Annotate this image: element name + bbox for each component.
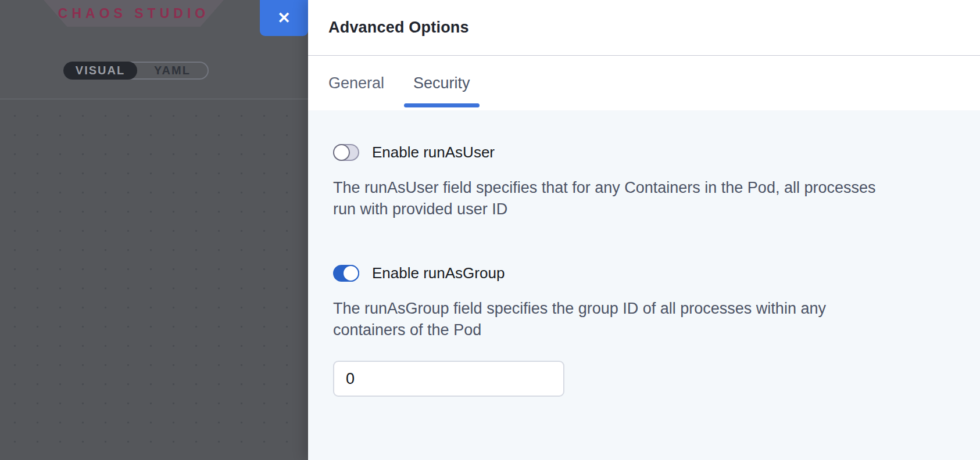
run-as-user-section: Enable runAsUser The runAsUser field spe… (333, 143, 945, 220)
run-as-group-section: Enable runAsGroup The runAsGroup field s… (333, 264, 945, 397)
tab-general[interactable]: General (319, 56, 394, 110)
advanced-options-drawer: Advanced Options General Security Enable… (308, 0, 980, 460)
run-as-group-toggle-row: Enable runAsGroup (333, 264, 945, 282)
enable-run-as-group-label: Enable runAsGroup (372, 264, 505, 282)
close-icon: ✕ (277, 10, 291, 26)
brand-banner: CHAOS STUDIO (44, 0, 224, 27)
enable-run-as-user-label: Enable runAsUser (372, 143, 495, 161)
toggle-knob (342, 265, 359, 282)
close-drawer-button[interactable]: ✕ (260, 0, 308, 36)
run-as-user-description: The runAsUser field specifies that for a… (333, 177, 945, 220)
drawer-title: Advanced Options (328, 19, 469, 37)
visual-mode-label: VISUAL (76, 64, 125, 77)
tab-security[interactable]: Security (404, 56, 480, 110)
dimmed-canvas-overlay: CHAOS STUDIO VISUAL YAML ✕ (0, 0, 308, 460)
description-line: The runAsGroup field specifies the group… (333, 298, 945, 319)
run-as-group-id-input[interactable] (333, 361, 564, 397)
tab-active-underline (404, 103, 480, 107)
drawer-tabbar: General Security (308, 56, 980, 110)
tab-general-label: General (328, 74, 384, 92)
view-mode-switch: VISUAL YAML (63, 62, 209, 80)
screen: CHAOS STUDIO VISUAL YAML ✕ Advanced Opti… (0, 0, 980, 460)
workflow-dot-grid-canvas[interactable] (0, 99, 308, 460)
drawer-header: Advanced Options (308, 0, 980, 56)
run-as-group-description: The runAsGroup field specifies the group… (333, 298, 945, 341)
brand-title: CHAOS STUDIO (58, 6, 209, 21)
tab-security-label: Security (413, 74, 470, 92)
visual-mode-button[interactable]: VISUAL (63, 62, 137, 80)
yaml-mode-button[interactable]: YAML (137, 63, 208, 78)
description-line: containers of the Pod (333, 319, 945, 341)
enable-run-as-group-toggle[interactable] (333, 265, 359, 282)
run-as-user-toggle-row: Enable runAsUser (333, 143, 945, 161)
yaml-mode-label: YAML (154, 64, 191, 77)
toggle-knob (333, 144, 350, 161)
drawer-body: Enable runAsUser The runAsUser field spe… (308, 110, 980, 460)
description-line: run with provided user ID (333, 199, 945, 220)
description-line: The runAsUser field specifies that for a… (333, 177, 945, 199)
enable-run-as-user-toggle[interactable] (333, 144, 359, 161)
